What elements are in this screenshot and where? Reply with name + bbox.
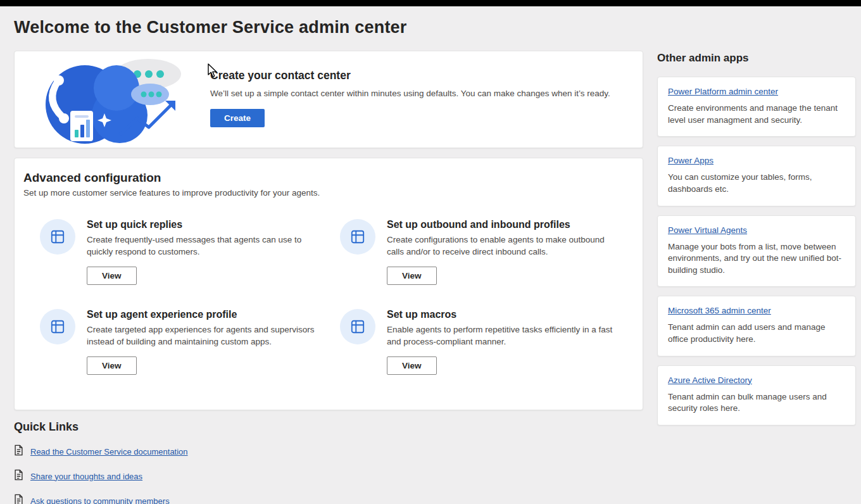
contact-center-title: Create your contact center [210, 69, 615, 82]
document-icon [14, 494, 23, 504]
document-icon [14, 444, 23, 458]
quick-link-documentation: Read the Customer Service documentation [14, 444, 394, 458]
contact-center-description: We’ll set up a simple contact center wit… [210, 89, 615, 98]
app-card-microsoft-365: Microsoft 365 admin center Tenant admin … [657, 296, 856, 356]
quick-links-title: Quick Links [14, 420, 394, 434]
app-description: Tenant admin can bulk manage users and s… [668, 391, 845, 415]
view-agent-experience-button[interactable]: View [87, 356, 137, 375]
other-admin-apps-sidebar: Other admin apps Power Platform admin ce… [657, 52, 856, 434]
document-icon [14, 469, 23, 483]
app-description: Create environments and manage the tenan… [668, 103, 845, 126]
quick-link-feedback: Share your thoughts and ideas [14, 469, 394, 483]
documentation-link[interactable]: Read the Customer Service documentation [30, 447, 188, 457]
other-admin-apps-title: Other admin apps [657, 52, 856, 65]
microsoft-365-link[interactable]: Microsoft 365 admin center [668, 306, 771, 315]
feature-title: Set up agent experience profile [87, 309, 322, 320]
page-title: Welcome to the Customer Service admin ce… [14, 18, 407, 37]
power-platform-link[interactable]: Power Platform admin center [668, 87, 778, 96]
community-questions-link[interactable]: Ask questions to community members [30, 496, 170, 504]
view-quick-replies-button[interactable]: View [87, 267, 137, 285]
app-card-power-virtual-agents: Power Virtual Agents Manage your bots fr… [657, 215, 856, 287]
feature-title: Set up outbound and inbound profiles [387, 219, 622, 230]
quick-link-community: Ask questions to community members [14, 494, 394, 504]
feature-macros: Set up macros Enable agents to perform r… [340, 309, 640, 375]
app-description: Tenant admin can add users and manage of… [668, 322, 845, 345]
feature-title: Set up quick replies [87, 219, 322, 230]
create-button[interactable]: Create [210, 109, 265, 127]
contact-center-content: Create your contact center We’ll set up … [210, 69, 615, 127]
feature-description: Enable agents to perform repetitive task… [387, 324, 622, 348]
table-grid-icon [40, 219, 75, 255]
feature-description: Create targeted app experiences for agen… [87, 324, 322, 348]
window-top-bar [0, 0, 861, 6]
power-apps-link[interactable]: Power Apps [668, 156, 713, 165]
azure-active-directory-link[interactable]: Azure Active Directory [668, 375, 752, 385]
feature-title: Set up macros [387, 309, 622, 320]
view-macros-button[interactable]: View [387, 356, 437, 375]
feature-description: Create configurations to enable agents t… [387, 234, 622, 258]
feature-quick-replies: Set up quick replies Create frequently-u… [40, 219, 340, 285]
table-grid-icon [340, 219, 375, 255]
table-grid-icon [340, 309, 375, 344]
advanced-configuration-grid: Set up quick replies Create frequently-u… [40, 219, 634, 375]
feature-outbound-inbound-profiles: Set up outbound and inbound profiles Cre… [340, 219, 640, 285]
table-grid-icon [40, 309, 75, 344]
quick-links-section: Quick Links Read the Customer Service do… [14, 420, 394, 504]
app-card-power-platform: Power Platform admin center Create envir… [657, 77, 856, 137]
contact-center-illustration-icon [25, 55, 191, 148]
advanced-configuration-title: Advanced configuration [23, 171, 634, 185]
feature-description: Create frequently-used messages that age… [87, 234, 322, 258]
app-description: Manage your bots from a list, move betwe… [668, 241, 845, 277]
contact-center-card: Create your contact center We’ll set up … [14, 51, 643, 148]
power-virtual-agents-link[interactable]: Power Virtual Agents [668, 225, 747, 235]
app-card-power-apps: Power Apps You can customize your tables… [657, 146, 856, 206]
advanced-configuration-card: Advanced configuration Set up more custo… [14, 158, 643, 410]
share-thoughts-link[interactable]: Share your thoughts and ideas [30, 472, 142, 481]
app-description: You can customize your tables, forms, da… [668, 172, 845, 195]
app-card-azure-active-directory: Azure Active Directory Tenant admin can … [657, 365, 856, 425]
advanced-configuration-subtitle: Set up more customer service features to… [23, 188, 634, 198]
view-profiles-button[interactable]: View [387, 267, 437, 285]
feature-agent-experience-profile: Set up agent experience profile Create t… [40, 309, 340, 375]
